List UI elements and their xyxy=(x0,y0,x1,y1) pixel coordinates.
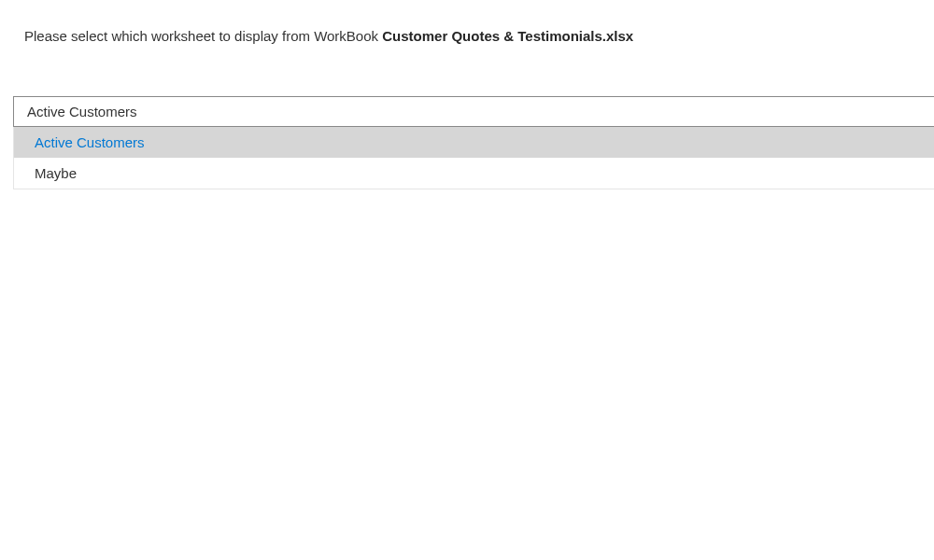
dropdown-selected-value[interactable]: Active Customers xyxy=(13,96,934,127)
dropdown-options-list: Active Customers Maybe xyxy=(13,127,934,189)
dropdown-option-active-customers[interactable]: Active Customers xyxy=(14,127,934,158)
worksheet-prompt: Please select which worksheet to display… xyxy=(0,0,934,44)
worksheet-dropdown[interactable]: Active Customers Active Customers Maybe xyxy=(13,96,934,189)
dropdown-option-maybe[interactable]: Maybe xyxy=(14,158,934,189)
workbook-filename: Customer Quotes & Testimonials.xlsx xyxy=(382,28,633,44)
prompt-prefix: Please select which worksheet to display… xyxy=(24,28,382,44)
